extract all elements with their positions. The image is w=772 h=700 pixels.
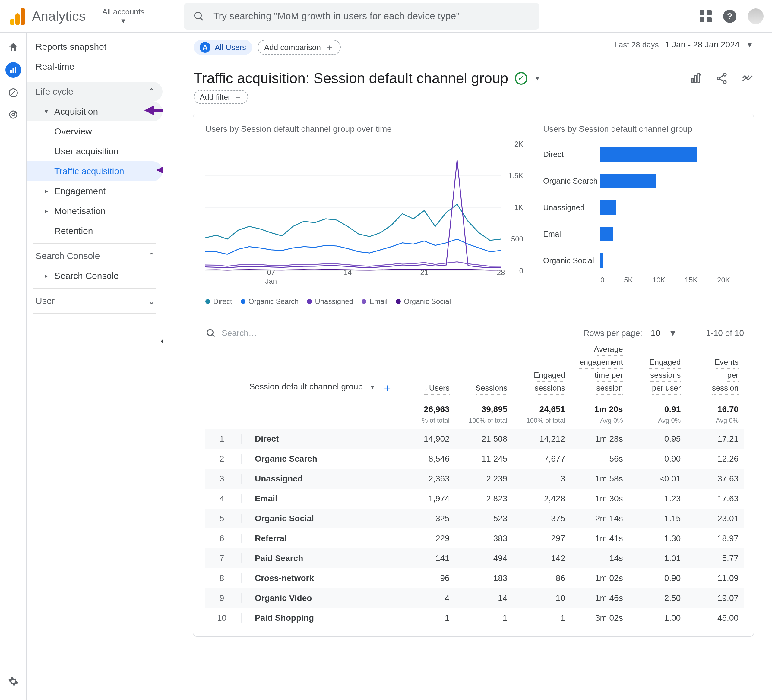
sidebar-group-life-cycle[interactable]: Life cycle⌃	[26, 82, 162, 101]
metric-cell: 229	[397, 534, 455, 543]
line-chart[interactable]: 05001K1.5K2K 07Jan142128	[205, 141, 525, 292]
metric-column-header[interactable]: Averageengagementtime persession	[571, 344, 628, 395]
chip-all-users[interactable]: A All Users	[194, 40, 252, 55]
chevron-down-icon[interactable]: ▼	[534, 75, 541, 82]
table-row[interactable]: 3Unassigned2,3632,23931m 58s<0.0137.63	[205, 469, 744, 489]
avatar[interactable]	[748, 8, 764, 24]
metric-cell: 2,823	[455, 494, 513, 503]
metric-column-header[interactable]: Eventspersession	[686, 357, 744, 395]
reports-icon[interactable]	[5, 62, 21, 78]
chip-label: All Users	[215, 43, 246, 52]
legend-item[interactable]: Email	[361, 297, 388, 306]
table-row[interactable]: 8Cross-network96183861m 02s0.9011.09	[205, 568, 744, 588]
sidebar-item-reports-snapshot[interactable]: Reports snapshot	[26, 37, 162, 57]
table-row[interactable]: 9Organic Video414101m 46s2.5019.07	[205, 588, 744, 608]
add-filter-button[interactable]: Add filter ＋	[194, 90, 248, 104]
segment-badge: A	[200, 42, 211, 53]
legend-item[interactable]: Unassigned	[307, 297, 353, 306]
row-dimension: Organic Social	[242, 514, 397, 523]
chevron-up-icon: ⌃	[147, 86, 156, 97]
share-icon[interactable]	[715, 72, 728, 85]
metric-cell: 1	[513, 613, 571, 623]
row-index: 4	[205, 494, 242, 503]
legend-label: Email	[370, 297, 388, 306]
chevron-down-icon: ⌄	[147, 296, 156, 306]
sort-desc-icon: ↓	[424, 383, 428, 393]
metric-cell: 4	[397, 593, 455, 603]
totals-cell: 16.70Avg 0%	[686, 405, 744, 424]
row-dimension: Cross-network	[242, 573, 397, 583]
sidebar-item-label: Traffic acquisition	[54, 166, 124, 176]
legend-dot-icon	[396, 299, 401, 304]
metric-cell: 183	[455, 573, 513, 583]
sidebar-item-acquisition[interactable]: ▾Acquisition	[26, 101, 162, 121]
sidebar-group-search-console[interactable]: Search Console⌃	[26, 246, 162, 266]
explore-icon[interactable]	[7, 86, 20, 100]
verified-check-icon[interactable]: ✓	[515, 72, 527, 85]
sidebar-item-monetisation[interactable]: ▸Monetisation	[26, 201, 162, 221]
metric-cell: 11.09	[686, 573, 744, 583]
add-comparison-button[interactable]: Add comparison ＋	[258, 40, 341, 55]
metric-cell: 141	[397, 553, 455, 563]
legend-dot-icon	[307, 299, 312, 304]
metric-cell: 11,245	[455, 454, 513, 463]
legend-dot-icon	[205, 299, 210, 304]
account-switcher[interactable]: All accounts ▼	[102, 7, 144, 25]
metric-cell: 1m 28s	[571, 434, 628, 444]
advertising-icon[interactable]	[7, 108, 20, 121]
sidebar-group-user[interactable]: User⌄	[26, 291, 162, 311]
row-dimension: Organic Video	[242, 593, 397, 603]
row-index: 1	[205, 434, 242, 444]
report-title-row: Traffic acquisition: Session default cha…	[163, 57, 772, 86]
admin-gear-icon[interactable]	[7, 675, 20, 688]
metric-cell: 17.21	[686, 434, 744, 444]
caret-right-icon: ▸	[45, 187, 52, 195]
totals-cell: 1m 20sAvg 0%	[571, 405, 628, 424]
table-row[interactable]: 4Email1,9742,8232,4281m 30s1.2317.63	[205, 489, 744, 509]
table-row[interactable]: 2Organic Search8,54611,2457,67756s0.9012…	[205, 449, 744, 469]
legend-item[interactable]: Organic Social	[396, 297, 451, 306]
metric-cell: 297	[513, 534, 571, 543]
insights-icon[interactable]	[741, 72, 754, 85]
page-title-prefix: Traffic acquisition:	[194, 70, 309, 86]
bar-chart[interactable]: DirectOrganic SearchUnassignedEmailOrgan…	[543, 141, 730, 310]
chevron-up-icon: ⌃	[147, 251, 156, 261]
chevron-down-icon: ▼	[746, 40, 754, 49]
legend-item[interactable]: Organic Search	[240, 297, 299, 306]
table-row[interactable]: 1Direct14,90221,50814,2121m 28s0.9517.21	[205, 429, 744, 449]
rows-per-page-select[interactable]: 10	[651, 328, 660, 338]
search-input[interactable]: Try searching "MoM growth in users for e…	[184, 3, 540, 29]
apps-icon[interactable]	[700, 10, 711, 22]
home-icon[interactable]	[7, 41, 20, 54]
sidebar-item-acq-user[interactable]: User acquisition	[26, 141, 162, 161]
row-dimension: Unassigned	[242, 474, 397, 483]
sidebar-item-label: Engagement	[54, 186, 106, 196]
bar-label: Organic Social	[543, 256, 600, 265]
sidebar-item-engagement[interactable]: ▸Engagement	[26, 181, 162, 201]
table-row[interactable]: 10Paid Shopping1113m 02s1.0045.00	[205, 608, 744, 628]
pagination-range: 1-10 of 10	[706, 328, 744, 338]
dimension-column-header[interactable]: Session default channel group ▼ ＋	[205, 381, 397, 395]
sidebar-item-acq-overview[interactable]: Overview	[26, 121, 162, 141]
table-search-input[interactable]: Search…	[222, 328, 257, 338]
customize-icon[interactable]	[689, 72, 702, 85]
legend-item[interactable]: Direct	[205, 297, 232, 306]
sidebar-item-acq-traffic[interactable]: Traffic acquisition	[26, 161, 162, 181]
metric-column-header[interactable]: Engagedsessionsper user	[628, 357, 686, 395]
date-range-picker[interactable]: Last 28 days 1 Jan - 28 Jan 2024 ▼	[614, 40, 754, 49]
sidebar-item-retention[interactable]: Retention	[26, 221, 162, 241]
table-row[interactable]: 5Organic Social3255233752m 14s1.1523.01	[205, 509, 744, 529]
metric-column-header[interactable]: Engagedsessions	[513, 370, 571, 395]
metric-cell: 2,239	[455, 474, 513, 483]
metric-column-header[interactable]: ↓Users	[397, 383, 455, 395]
sidebar-item-label: Monetisation	[54, 206, 106, 216]
metric-column-header[interactable]: Sessions	[455, 383, 513, 395]
table-row[interactable]: 6Referral2293832971m 41s1.3018.97	[205, 529, 744, 548]
date-preset: Last 28 days	[614, 40, 659, 49]
sidebar-item-search-console[interactable]: ▸Search Console	[26, 266, 162, 286]
table-row[interactable]: 7Paid Search14149414214s1.015.77	[205, 548, 744, 568]
add-dimension-button[interactable]: ＋	[382, 381, 393, 395]
metric-cell: 523	[455, 514, 513, 523]
help-icon[interactable]: ?	[723, 10, 736, 23]
sidebar-item-realtime[interactable]: Real-time	[26, 57, 162, 77]
